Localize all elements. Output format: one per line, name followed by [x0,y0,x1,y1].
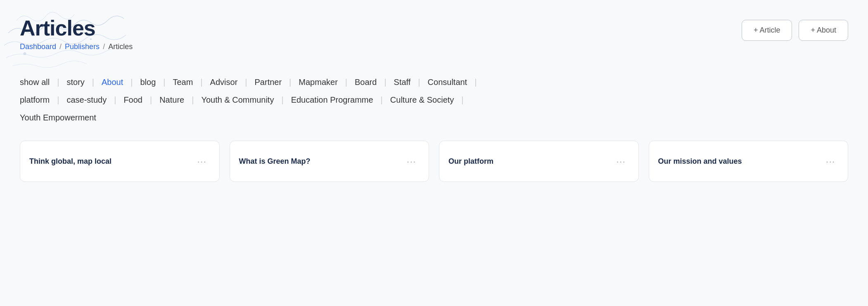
breadcrumb-articles: Articles [108,42,133,51]
breadcrumb-publishers[interactable]: Publishers [65,42,100,51]
filter-section: show all | story | About | blog | Team |… [20,74,848,126]
filter-case-study[interactable]: case-study [66,92,107,108]
filter-culture-society[interactable]: Culture & Society [390,92,454,108]
article-card-title-2: What is Green Map? [239,157,404,166]
filter-row-1: show all | story | About | blog | Team |… [20,74,848,90]
filter-row-2: platform | case-study | Food | Nature | … [20,92,848,108]
breadcrumb: Dashboard / Publishers / Articles [20,42,133,51]
article-card-2[interactable]: What is Green Map? ··· [230,141,429,182]
header-row: Articles Dashboard / Publishers / Articl… [20,16,848,71]
article-card-title-3: Our platform [448,157,613,166]
filter-blog[interactable]: blog [140,74,156,90]
add-article-button[interactable]: + Article [742,20,792,41]
filter-consultant[interactable]: Consultant [428,74,467,90]
filter-education-programme[interactable]: Education Programme [291,92,373,108]
filter-advisor[interactable]: Advisor [210,74,238,90]
filter-staff[interactable]: Staff [394,74,411,90]
articles-grid: Think global, map local ··· What is Gree… [20,141,848,182]
article-card-menu-1[interactable]: ··· [194,155,210,168]
filter-team[interactable]: Team [173,74,193,90]
article-card-3[interactable]: Our platform ··· [439,141,639,182]
header-buttons: + Article + About [742,20,848,41]
article-card-title-4: Our mission and values [658,157,823,166]
filter-youth-empowerment[interactable]: Youth Empowerment [20,110,96,126]
filter-food[interactable]: Food [123,92,142,108]
article-card-menu-4[interactable]: ··· [823,155,839,168]
breadcrumb-dashboard[interactable]: Dashboard [20,42,56,51]
article-card-4[interactable]: Our mission and values ··· [649,141,849,182]
filter-youth-community[interactable]: Youth & Community [201,92,274,108]
filter-mapmaker[interactable]: Mapmaker [299,74,337,90]
article-card-menu-3[interactable]: ··· [613,155,629,168]
filter-story[interactable]: story [66,74,84,90]
filter-board[interactable]: Board [355,74,377,90]
breadcrumb-sep-2: / [103,42,105,51]
filter-platform[interactable]: platform [20,92,50,108]
page-title: Articles [20,16,133,40]
filter-show-all[interactable]: show all [20,74,50,90]
filter-nature[interactable]: Nature [159,92,184,108]
article-card-menu-2[interactable]: ··· [403,155,420,168]
breadcrumb-sep-1: / [59,42,62,51]
filter-about[interactable]: About [102,74,123,90]
filter-partner[interactable]: Partner [255,74,282,90]
add-about-button[interactable]: + About [799,20,848,41]
article-card-title-1: Think global, map local [29,157,194,166]
article-card-1[interactable]: Think global, map local ··· [20,141,220,182]
filter-row-3: Youth Empowerment [20,110,848,126]
